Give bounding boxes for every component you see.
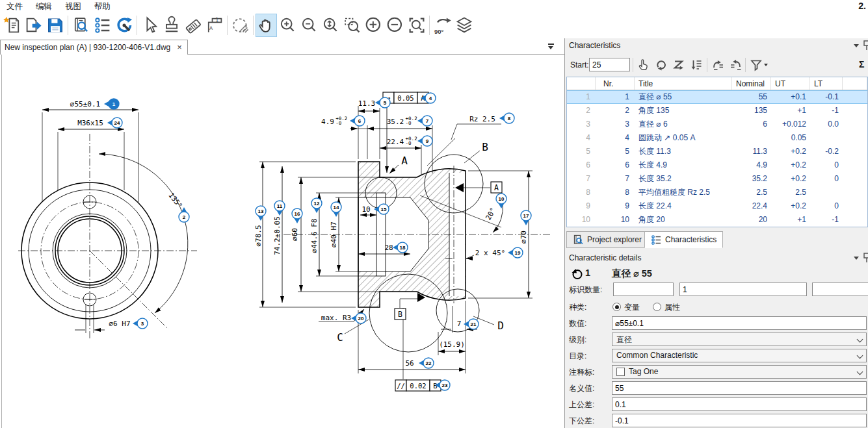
table-row-5[interactable]: 55长度 11.311.3+0.2-0.2 [567,145,867,158]
lower-tolerance-input[interactable] [612,414,867,427]
characteristics-list-icon[interactable] [92,14,113,37]
balloon-19[interactable]: 19 [508,247,523,258]
catalog-select[interactable]: Common Characteristic [612,349,867,362]
id-quantity-input-1[interactable] [613,283,674,296]
dimension-corner-icon[interactable]: 1A [204,14,225,37]
tag-select[interactable]: Tag One [612,365,867,379]
zoom-fit-icon[interactable] [406,14,427,37]
balloon-14[interactable]: 14 [331,202,341,217]
zoom-window-icon[interactable] [341,14,363,37]
dim-text: 56 [405,359,414,368]
drawing-canvas[interactable]: ⌀55±0.1M36x15135°⌀6 H711.34.9+0.2-035.2+… [1,54,564,428]
filter-dropdown-caret[interactable] [764,64,768,66]
project-explorer-icon[interactable] [70,14,92,37]
table-row-8[interactable]: 88平均值粗糙度 Rz 2.52.52.5 [567,186,867,199]
save-icon[interactable] [44,14,66,37]
svg-text:3: 3 [141,321,144,327]
svg-text:1: 1 [112,101,116,107]
open-document-icon[interactable] [23,14,44,37]
balloon-6[interactable]: 6 [350,116,365,126]
id-quantity-input-3[interactable] [812,283,868,296]
balloon-10[interactable]: 10 [496,194,506,208]
table-row-1[interactable]: 11直径 ⌀ 5555+0.1-0.1 [567,90,867,104]
level-select[interactable]: 直径 [612,333,867,346]
table-row-9[interactable]: 99长度 22.422.4+0.20 [567,199,867,213]
balloon-20[interactable]: 20 [351,313,366,323]
nominal-input[interactable] [612,381,867,395]
renumber-z-icon[interactable] [670,57,687,73]
front-view [18,110,197,340]
id-quantity-input-2[interactable] [679,283,807,296]
increase-icon[interactable] [363,14,384,37]
balloon-13[interactable]: 13 [256,206,266,221]
update-settings-icon[interactable] [113,14,135,37]
tab-characteristics[interactable]: Characteristics [644,231,723,248]
panel-dropdown-icon[interactable] [854,44,859,47]
balloon-9[interactable]: 9 [417,136,432,146]
zoom-in-icon[interactable] [277,14,298,37]
pin-icon[interactable] [863,253,868,263]
balloon-7[interactable]: 7 [417,116,432,126]
table-row-3[interactable]: 33直径 ⌀ 66+0.0120.0 [567,118,867,131]
pick-hand-icon[interactable] [635,57,652,73]
radio-attribute[interactable] [653,303,661,311]
svg-text:13: 13 [258,208,264,214]
new-inspection-plan-icon[interactable] [1,14,23,37]
region-select-icon[interactable] [230,14,251,37]
dim-text: ⌀40 H7 [330,221,338,247]
balloon-12[interactable]: 12 [311,198,322,213]
pin-icon[interactable] [863,40,868,51]
stamp-icon[interactable] [161,14,182,37]
radio-variable[interactable] [612,303,621,311]
tab-project-explorer[interactable]: Project explorer [566,231,648,248]
dim-text: 10 [362,205,370,214]
filter-icon[interactable] [748,57,765,73]
balloon-21[interactable]: 21 [464,319,479,329]
balloon-5[interactable]: 5 [375,97,390,108]
sort-list-icon[interactable] [688,57,705,73]
characteristics-tab-icon [651,234,662,245]
toolbar-separator [137,16,137,35]
svg-text:B: B [398,310,402,319]
balloon-1[interactable]: 1 [104,99,119,109]
balloon-17[interactable]: 17 [521,210,531,225]
table-row-2[interactable]: 22角度 135135+1-1 [567,104,867,118]
panel-dropdown-icon[interactable] [854,257,859,260]
table-row-7[interactable]: 77长度 35.235.2+0.20 [567,172,867,186]
rotate-90-icon[interactable]: 90° [432,14,453,37]
statistics-sigma-icon[interactable]: Σ [859,59,864,69]
start-input[interactable] [589,58,630,71]
balloon-11[interactable]: 11 [274,201,285,216]
balloon-24[interactable]: 24 [107,118,122,128]
decrease-icon[interactable] [384,14,406,37]
move-characteristic-icon[interactable] [728,57,744,73]
select-cursor-icon[interactable] [139,14,161,37]
document-tab[interactable]: New inspection plan (A) | 930-1200-406-V… [0,40,188,55]
table-header[interactable]: Nr. Title Nominal UT LT [567,77,867,90]
tag-checkbox[interactable] [616,368,625,376]
zoom-vertical-icon[interactable] [320,14,341,37]
svg-text:1: 1 [215,18,218,23]
renumber-loop-icon[interactable] [653,57,670,73]
tab-list-dropdown-icon[interactable] [546,44,555,51]
table-row-10[interactable]: 1010角度 2020+1-1 [567,213,867,227]
balloon-2[interactable]: 2 [179,207,189,222]
upper-tolerance-input[interactable] [612,397,867,411]
table-row-4[interactable]: 44圆跳动 ↗ 0.05 A0.05 [567,131,867,145]
insert-characteristic-icon[interactable] [709,57,726,73]
table-row-6[interactable]: 66长度 4.94.9+0.20 [567,158,867,172]
zoom-out-icon[interactable] [298,14,320,37]
col-nominal: Nominal [732,77,771,90]
document-tab-title: New inspection plan (A) | 930-1200-406-V… [5,43,170,52]
details-panel-header: Characteristic details [565,251,868,265]
layers-icon[interactable] [453,14,475,37]
tab-close-button[interactable]: × [177,42,182,52]
value-input[interactable] [612,316,867,330]
dim-text: ⌀44.6 F8 [310,219,319,253]
pan-hand-icon[interactable] [256,14,277,37]
balloon-8[interactable]: 8 [499,113,514,123]
balloon-3[interactable]: 3 [133,318,148,329]
tag-icon[interactable] [182,14,204,37]
balloon-22[interactable]: 22 [419,358,434,368]
svg-text:10: 10 [499,196,505,202]
